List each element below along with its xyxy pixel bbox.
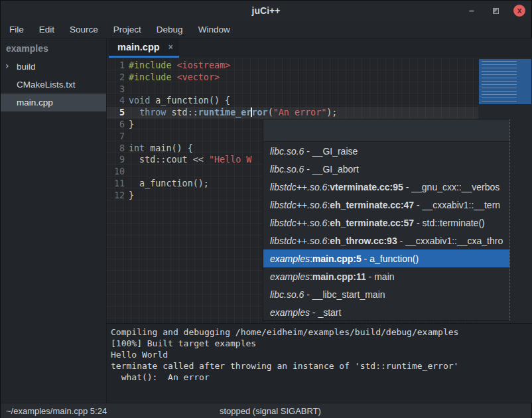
line-content: [125, 166, 129, 178]
line-number: 12: [107, 190, 125, 202]
backtrace-list: libc.so.6 - __GI_raiselibc.so.6 - __GI_a…: [263, 142, 509, 321]
minimap-viewport[interactable]: [479, 59, 531, 104]
tab-label: main.cpp: [117, 42, 160, 52]
cursor-location: ~/examples/main.cpp 5:24: [6, 406, 107, 416]
line-content: }: [125, 119, 134, 131]
tree-item-label: build: [17, 62, 36, 72]
terminal-output[interactable]: Compiling and debugging /home/eidheim/ex…: [107, 323, 532, 403]
chevron-right-icon[interactable]: ›: [5, 60, 9, 71]
terminal-line: Hello World: [111, 349, 529, 360]
restore-icon: [493, 8, 499, 14]
window-controls: – x: [465, 1, 526, 21]
minimize-button[interactable]: –: [465, 4, 478, 17]
menu-item-file[interactable]: File: [7, 23, 26, 36]
line-content: std::cout << "Hello W: [125, 154, 251, 166]
line-number: 5: [107, 107, 125, 119]
line-number: 1: [107, 60, 125, 72]
line-content: [125, 131, 129, 143]
code-line-3[interactable]: 3: [107, 84, 478, 96]
menu-bar: FileEditSourceProjectDebugWindow: [1, 21, 531, 38]
menu-item-source[interactable]: Source: [68, 23, 100, 36]
backtrace-frame-8[interactable]: libc.so.6 - __libc_start_main: [263, 285, 509, 303]
tree-item-cmakelists-txt[interactable]: CMakeLists.txt: [1, 76, 106, 94]
backtrace-frame-0[interactable]: libc.so.6 - __GI_raise: [263, 142, 509, 160]
backtrace-frame-6[interactable]: examples:main.cpp:5 - a_function(): [263, 249, 509, 267]
backtrace-frame-9[interactable]: examples - _start: [263, 303, 509, 321]
terminal-line: terminate called after throwing an insta…: [111, 360, 529, 372]
terminal-line: what(): An error: [111, 372, 529, 383]
menu-item-debug[interactable]: Debug: [155, 23, 185, 36]
menu-item-window[interactable]: Window: [196, 23, 232, 36]
line-number: 10: [107, 166, 125, 178]
line-number: 4: [107, 95, 125, 107]
line-number: 3: [107, 84, 125, 96]
backtrace-search-box[interactable]: [263, 119, 509, 142]
tree-item-build[interactable]: ›build: [1, 58, 106, 76]
terminal-line: Compiling and debugging /home/eidheim/ex…: [111, 326, 529, 338]
file-tree: ›buildCMakeLists.txtmain.cpp: [1, 58, 106, 111]
menu-item-edit[interactable]: Edit: [37, 23, 56, 36]
tab-main-cpp[interactable]: main.cpp ×: [109, 38, 179, 58]
backtrace-frame-7[interactable]: examples:main.cpp:11 - main: [263, 267, 509, 285]
minimap-code-lines: [482, 61, 517, 102]
close-icon: x: [513, 5, 525, 17]
tab-close-icon[interactable]: ×: [168, 42, 173, 52]
line-number: 7: [107, 131, 125, 143]
line-content: throw std::runtime_error("An error");: [125, 107, 337, 119]
minimize-icon: –: [469, 7, 474, 14]
close-button[interactable]: x: [513, 4, 526, 17]
tree-item-main-cpp[interactable]: main.cpp: [1, 94, 106, 111]
line-number: 8: [107, 143, 125, 155]
tab-bar: main.cpp ×: [107, 38, 532, 58]
backtrace-frame-1[interactable]: libc.so.6 - __GI_abort: [263, 160, 509, 178]
backtrace-frame-4[interactable]: libstdc++.so.6:eh_terminate.cc:57 - std:…: [263, 214, 509, 232]
backtrace-frame-3[interactable]: libstdc++.so.6:eh_terminate.cc:47 - __cx…: [263, 196, 509, 214]
line-number: 6: [107, 119, 125, 131]
status-bar: ~/examples/main.cpp 5:24 stopped (signal…: [1, 403, 531, 418]
restore-button[interactable]: [489, 4, 502, 17]
line-content: }: [125, 190, 134, 202]
debug-status: stopped (signal SIGABRT): [220, 406, 321, 416]
code-line-4[interactable]: 4void a_function() {: [107, 95, 478, 107]
line-content: int main() {: [125, 143, 193, 155]
line-content: void a_function() {: [125, 95, 230, 107]
line-content: [125, 84, 129, 96]
window-title: juCi++: [252, 5, 281, 16]
tree-item-label: main.cpp: [17, 98, 53, 107]
file-tree-sidebar: examples ›buildCMakeLists.txtmain.cpp: [1, 38, 107, 403]
menu-item-project[interactable]: Project: [111, 23, 143, 36]
terminal-line: [100%] Built target examples: [111, 338, 529, 349]
title-bar[interactable]: juCi++ – x: [1, 1, 531, 21]
backtrace-frame-2[interactable]: libstdc++.so.6:vterminate.cc:95 - __gnu_…: [263, 178, 509, 196]
backtrace-frame-5[interactable]: libstdc++.so.6:eh_throw.cc:93 - __cxxabi…: [263, 232, 509, 249]
code-line-2[interactable]: 2#include <vector>: [107, 72, 478, 84]
code-line-1[interactable]: 1#include <iostream>: [107, 60, 478, 72]
backtrace-popup: libc.so.6 - __GI_raiselibc.so.6 - __GI_a…: [263, 119, 510, 321]
line-content: #include <vector>: [125, 72, 220, 84]
app-window: juCi++ – x FileEditSourceProjectDebugWin…: [0, 0, 532, 418]
line-number: 9: [107, 154, 125, 166]
line-number: 2: [107, 72, 125, 84]
project-name: examples: [1, 38, 106, 58]
line-number: 11: [107, 178, 125, 190]
line-content: a_function();: [125, 178, 209, 190]
line-content: #include <iostream>: [125, 60, 230, 72]
tree-item-label: CMakeLists.txt: [17, 80, 76, 90]
code-line-5[interactable]: 5 throw std::runtime_error("An error");: [107, 107, 478, 119]
